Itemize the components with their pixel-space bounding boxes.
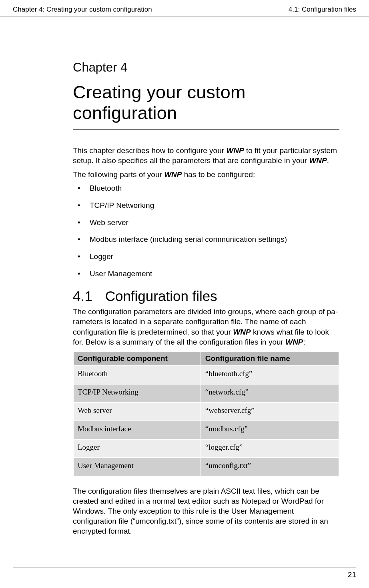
table-cell-filename: “umconfig.txt” [201, 458, 339, 476]
table-header-row: Configurable component Configuration fil… [74, 352, 339, 365]
table-cell-filename: “webserver.cfg” [201, 403, 339, 421]
list-item: TCP/IP Networking [73, 201, 339, 211]
header-left: Chapter 4: Creating your custom configur… [13, 6, 152, 14]
section-number: 4.1 [73, 288, 92, 304]
list-item: User Management [73, 269, 339, 279]
text-run: . [327, 156, 329, 165]
table-cell-component: Web server [74, 403, 201, 421]
table-header-filename: Configuration file name [201, 352, 339, 365]
table-cell-component: User Management [74, 458, 201, 476]
table-cell-component: Modbus interface [74, 421, 201, 439]
table-row: Logger “logger.cfg” [74, 440, 339, 457]
table-cell-filename: “network.cfg” [201, 385, 339, 402]
intro-paragraph-2: The following parts of your WNP has to b… [73, 169, 339, 179]
table-cell-filename: “modbus.cfg” [201, 421, 339, 439]
table-cell-component: Bluetooth [74, 366, 201, 384]
config-parts-list: Bluetooth TCP/IP Networking Web server M… [73, 183, 339, 279]
running-header: Chapter 4: Creating your custom configur… [0, 0, 369, 16]
page-content: Chapter 4 Creating your custom configura… [0, 60, 369, 536]
table-row: Web server “webserver.cfg” [74, 403, 339, 421]
wnp-term: WNP [233, 328, 251, 336]
table-cell-filename: “logger.cfg” [201, 440, 339, 457]
text-run: This chapter describes how to configure … [73, 146, 226, 155]
table-row: TCP/IP Networking “network.cfg” [74, 385, 339, 402]
table-row: Bluetooth “bluetooth.cfg” [74, 366, 339, 384]
list-item: Modbus interface (including serial commu… [73, 235, 339, 245]
table-cell-component: Logger [74, 440, 201, 457]
section-heading: 4.1 Configuration files [73, 288, 339, 304]
table-row: User Management “umconfig.txt” [74, 458, 339, 476]
list-item: Logger [73, 252, 339, 262]
text-run: : [303, 338, 305, 346]
section-paragraph: The configuration parameters are divided… [73, 307, 339, 347]
config-files-table: Configurable component Configuration fil… [73, 351, 339, 476]
list-item: Bluetooth [73, 183, 339, 193]
table-header-component: Configurable component [74, 352, 201, 365]
wnp-term: WNP [164, 170, 182, 179]
header-right: 4.1: Configuration files [289, 6, 356, 14]
table-cell-component: TCP/IP Networking [74, 385, 201, 402]
table-row: Modbus interface “modbus.cfg” [74, 421, 339, 439]
intro-paragraph-1: This chapter describes how to configure … [73, 146, 339, 165]
page-number: 21 [348, 570, 356, 579]
table-cell-filename: “bluetooth.cfg” [201, 366, 339, 384]
wnp-term: WNP [226, 146, 244, 155]
closing-paragraph: The configuration files themselves are p… [73, 486, 339, 536]
chapter-title: Creating your custom configuration [73, 82, 339, 130]
section-title: Configuration files [105, 288, 217, 304]
page-footer: 21 [13, 568, 356, 579]
list-item: Web server [73, 218, 339, 228]
chapter-label: Chapter 4 [73, 60, 339, 75]
text-run: has to be configured: [182, 170, 255, 179]
wnp-term: WNP [309, 156, 327, 165]
wnp-term: WNP [285, 338, 303, 346]
text-run: The following parts of your [73, 170, 164, 179]
